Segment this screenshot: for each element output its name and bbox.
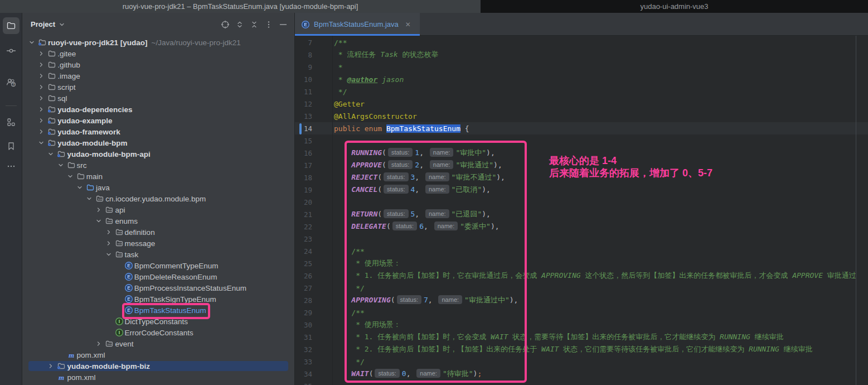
tree-item-message[interactable]: message	[22, 238, 294, 249]
tree-item-label: src	[77, 161, 87, 170]
chevron-down-icon[interactable]	[47, 150, 57, 158]
tree-item-bpmcommenttypeenum[interactable]: EBpmCommentTypeEnum	[22, 260, 294, 271]
tree-item-label: BpmCommentTypeEnum	[134, 262, 219, 270]
folder-icon	[47, 49, 57, 58]
stripe-button-project-folder[interactable]	[3, 17, 20, 34]
chevron-right-icon[interactable]	[38, 49, 47, 58]
window-title: ruoyi-vue-pro-jdk21 – BpmTaskStatusEnum.…	[123, 2, 358, 11]
tree-item-yudao-module-bpm-biz[interactable]: yudao-module-bpm-biz	[22, 360, 294, 372]
svg-text:I: I	[118, 319, 119, 324]
line-number: 15	[295, 137, 312, 145]
enum-icon: E	[301, 20, 310, 29]
tree-item-bpmdeletereasonenum[interactable]: EBpmDeleteReasonEnum	[22, 271, 294, 282]
tree-item-pom.xml[interactable]: mpom.xml	[22, 349, 294, 360]
chevron-down-icon[interactable]	[95, 216, 105, 225]
titlebar-back-window[interactable]: yudao-ui-admin-vue3	[481, 0, 868, 13]
tree-item-ruoyi-vue-pro-jdk21-yudao-[interactable]: ruoyi-vue-pro-jdk21 [yudao]~/Java/ruoyi-…	[22, 37, 294, 48]
tree-item-pom.xml[interactable]: mpom.xml	[22, 372, 294, 383]
code-line-14[interactable]: 14public enum BpmTaskStatusEnum {	[295, 122, 868, 134]
tree-item-java[interactable]: java	[22, 182, 294, 193]
tree-item-.image[interactable]: .image	[22, 70, 294, 81]
stripe-button-pull-requests[interactable]: ?	[3, 74, 20, 91]
line-number: 21	[295, 210, 312, 219]
chevron-right-icon[interactable]	[95, 339, 105, 348]
titlebar-front-window[interactable]: ruoyi-vue-pro-jdk21 – BpmTaskStatusEnum.…	[0, 0, 481, 13]
tree-item-label: yudao-dependencies	[57, 105, 132, 114]
locate-icon[interactable]	[221, 20, 230, 29]
chevron-right-icon[interactable]	[105, 228, 115, 237]
line-number: 11	[295, 88, 312, 96]
tree-item-label: yudao-example	[57, 117, 112, 125]
tree-item-errorcodeconstants[interactable]: IErrorCodeConstants	[22, 327, 294, 338]
code-line-7[interactable]: 7/**	[295, 36, 868, 49]
chevron-right-icon[interactable]	[38, 60, 47, 69]
tree-item-yudao-module-bpm-api[interactable]: yudao-module-bpm-api	[22, 148, 294, 160]
chevron-spacer	[105, 317, 115, 326]
folder-module-icon	[57, 362, 67, 370]
tree-item-yudao-dependencies[interactable]: yudao-dependencies	[22, 104, 294, 115]
code-line-9[interactable]: 9 *	[295, 61, 868, 73]
tab-bpmtaskstatusenum[interactable]: E BpmTaskStatusEnum.java ✕	[295, 13, 420, 36]
tree-item-cn.iocoder.yudao.module.bpm[interactable]: cn.iocoder.yudao.module.bpm	[22, 193, 294, 204]
stripe-button-commit[interactable]	[3, 42, 20, 59]
tree-item-script[interactable]: script	[22, 81, 294, 93]
stripe-button-bookmarks[interactable]	[3, 138, 20, 155]
project-panel-title[interactable]: Project	[31, 20, 55, 28]
code-line-text: public enum BpmTaskStatusEnum {	[312, 124, 469, 133]
code-line-13[interactable]: 13@AllArgsConstructor	[295, 110, 868, 122]
tree-item-yudao-example[interactable]: yudao-example	[22, 115, 294, 126]
folder-icon	[47, 94, 57, 103]
chevron-right-icon[interactable]	[38, 127, 47, 136]
chevron-right-icon[interactable]	[105, 239, 115, 248]
chevron-right-icon[interactable]	[38, 94, 47, 103]
chevron-right-icon[interactable]	[38, 116, 47, 125]
stripe-button-structure[interactable]	[3, 114, 20, 131]
tree-item-sql[interactable]: sql	[22, 93, 294, 104]
code-line-11[interactable]: 11 */	[295, 85, 868, 98]
chevron-down-icon[interactable]	[59, 21, 65, 28]
tree-item-enums[interactable]: enums	[22, 215, 294, 227]
options-icon[interactable]	[264, 20, 273, 29]
chevron-right-icon[interactable]	[95, 205, 105, 214]
chevron-right-icon[interactable]	[38, 83, 47, 92]
tree-item-bpmprocessinstancestatusenum[interactable]: EBpmProcessInstanceStatusEnum	[22, 282, 294, 293]
line-number: 28	[295, 296, 312, 305]
tree-item-main[interactable]: main	[22, 171, 294, 182]
tree-item-src[interactable]: src	[22, 160, 294, 171]
tree-item-api[interactable]: api	[22, 204, 294, 215]
tree-item-task[interactable]: task	[22, 249, 294, 260]
tree-item-event[interactable]: event	[22, 338, 294, 349]
line-number: 16	[295, 149, 312, 157]
code-line-12[interactable]: 12@Getter	[295, 98, 868, 110]
chevron-spacer	[115, 272, 124, 281]
code-token: 继续审批	[779, 345, 813, 353]
chevron-right-icon[interactable]	[38, 71, 47, 80]
scrollbar-track[interactable]	[856, 36, 856, 385]
collapse-all-icon[interactable]	[250, 20, 259, 29]
chevron-down-icon[interactable]	[76, 183, 86, 192]
chevron-right-icon[interactable]	[38, 105, 47, 114]
chevron-down-icon[interactable]	[28, 38, 38, 47]
chevron-down-icon[interactable]	[38, 138, 47, 147]
tree-item-label: java	[96, 184, 110, 192]
package-icon	[115, 228, 125, 237]
chevron-down-icon[interactable]	[105, 250, 115, 259]
code-line-8[interactable]: 8 * 流程任务 Task 的状态枚举	[295, 49, 868, 61]
tree-item-.github[interactable]: .github	[22, 59, 294, 70]
close-icon[interactable]: ✕	[405, 21, 411, 28]
chevron-down-icon[interactable]	[86, 194, 95, 203]
chevron-down-icon[interactable]	[67, 172, 76, 181]
code-token: * 流程任务	[334, 50, 380, 59]
code-line-10[interactable]: 10 * @author jason	[295, 73, 868, 85]
chevron-down-icon[interactable]	[57, 161, 67, 170]
tree-item-yudao-framework[interactable]: yudao-framework	[22, 126, 294, 137]
hide-icon[interactable]	[279, 20, 288, 29]
tree-item-.gitee[interactable]: .gitee	[22, 48, 294, 59]
stripe-button-more[interactable]	[3, 158, 20, 175]
expand-all-icon[interactable]	[235, 20, 244, 29]
code-line-text: * 流程任务 Task 的状态枚举	[312, 50, 438, 60]
chevron-right-icon[interactable]	[47, 362, 57, 370]
tool-window-stripe: ?	[0, 13, 22, 385]
tree-item-definition[interactable]: definition	[22, 227, 294, 238]
tree-item-yudao-module-bpm[interactable]: yudao-module-bpm	[22, 137, 294, 148]
